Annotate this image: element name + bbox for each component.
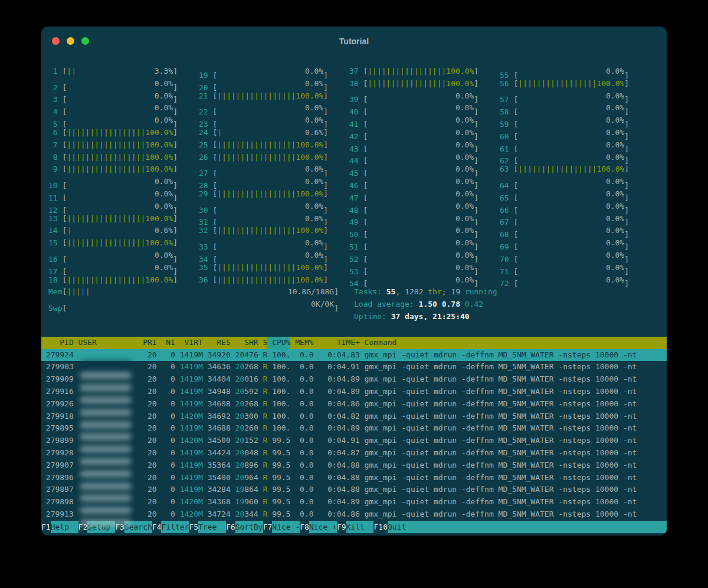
cpu-bars: ||||||||||||||||| [217, 188, 296, 201]
meter-open-bracket: [ [62, 303, 67, 315]
process-row[interactable]: 2798962001419M3540020964R99.50.00:04.88g… [41, 472, 667, 484]
process-row[interactable]: 2798972001419M3428419864R99.50.00:04.88g… [41, 484, 667, 496]
cell-shr: 19864 [235, 484, 258, 496]
col-header-pri[interactable]: PRI [143, 337, 156, 349]
cell-time: 0:04.88 [318, 484, 359, 496]
cell-pri: 20 [143, 484, 156, 496]
process-row[interactable]: 2798992001420M3450020152R99.50.00:04.91g… [41, 435, 667, 447]
meter-open-bracket: [ [513, 278, 518, 290]
fkey-item[interactable]: F5Tree [189, 521, 226, 533]
fkey-item[interactable]: F8Nice + [300, 521, 337, 533]
cell-virt: 1419M [180, 459, 203, 472]
meter-open-bracket: [ [212, 262, 217, 274]
cpu-id: 3 [48, 94, 58, 106]
fkey-item[interactable]: F7Nice - [263, 521, 300, 533]
meter-close-bracket: ] [624, 119, 629, 131]
cell-virt: 1420M [180, 410, 203, 423]
col-header-virt[interactable]: VIRT [180, 337, 203, 349]
cpu-meter: 36[|||||||||||||||||100.0%] [199, 274, 328, 287]
cpu-bars: ||||||||||||||||| [217, 262, 296, 274]
cpu-id: 13 [48, 213, 58, 225]
col-header-cmd[interactable]: Command [365, 337, 667, 349]
col-header-shr[interactable]: SHR [235, 337, 258, 349]
meter-open-bracket: [ [513, 192, 518, 205]
meter-open-bracket: [ [513, 266, 518, 278]
meter-close-bracket: ] [474, 65, 478, 78]
meter-close-bracket: ] [474, 94, 478, 106]
cell-command: gmx_mpi -quiet mdrun -deffnm MD_5NM_WATE… [365, 508, 667, 521]
cell-cpu: 99.5 [267, 508, 290, 521]
cpu-value: 0.0% [455, 127, 474, 139]
user-redacted [80, 507, 132, 514]
cell-command: gmx_mpi -quiet mdrun -deffnm MD_5NM_WATE… [365, 410, 667, 423]
cpu-id: 52 [349, 254, 359, 266]
process-row[interactable]: 2799032001419M3463620268R100.0.00:04.91g… [41, 361, 667, 373]
col-header-res[interactable]: RES [208, 337, 231, 349]
col-header-time[interactable]: TIME+ [318, 337, 359, 349]
fkey-item[interactable]: F1Help [41, 521, 78, 533]
process-row[interactable]: 2799262001419M3460820268R100.0.00:04.86g… [41, 398, 667, 410]
meter-open-bracket: [ [62, 127, 67, 139]
cpu-id: 2 [48, 82, 58, 94]
swap-value: 0K/0K [311, 298, 334, 311]
cpu-meter: 15[|||||||||||||||||100.0%] [48, 237, 178, 249]
cpu-id: 19 [199, 70, 208, 82]
fkey-item[interactable]: F9Kill [337, 521, 374, 533]
process-row[interactable]: 2799242001419M3492020476R100.0.00:04.83g… [41, 349, 667, 362]
cpu-meter: 68[0.0%] [500, 225, 629, 237]
swap-meter: Swp[0K/0K] [48, 298, 339, 311]
fkey-item[interactable]: F4Filter [152, 521, 189, 533]
cell-mem: 0.0 [295, 447, 313, 459]
process-row[interactable]: 2799282001419M3442420048R99.50.00:04.87g… [41, 447, 667, 459]
cpu-value: 0.0% [305, 237, 323, 249]
cpu-value: 0.0% [606, 176, 624, 188]
cpu-bars: ||||||||||||||||| [518, 78, 596, 90]
cell-mem: 0.0 [295, 386, 313, 398]
cpu-id: 22 [199, 106, 208, 119]
user-redacted [80, 470, 132, 478]
memory-meter: Mem[|||||10.8G/188G] [48, 286, 339, 298]
cpu-meter: 52[0.0%] [349, 249, 478, 262]
cpu-meter: 6[|||||||||||||||||100.0%] [48, 127, 178, 139]
cpu-meter: 66[0.0%] [500, 201, 629, 213]
cpu-id: 7 [48, 139, 58, 152]
cpu-meter: 4[0.0%] [48, 102, 178, 114]
cpu-meter: 32[|||||||||||||||||100.0%] [199, 225, 328, 237]
meter-close-bracket: ] [474, 266, 478, 278]
fkey-item[interactable]: F10Quit [373, 521, 415, 533]
process-row[interactable]: 2799162001419M3494820592R100.0.00:04.89g… [41, 386, 667, 398]
meter-open-bracket: [ [363, 131, 368, 143]
cpu-value: 0.0% [155, 78, 173, 90]
meter-open-bracket: [ [212, 152, 217, 164]
cell-shr: 20268 [235, 361, 258, 373]
col-header-user[interactable]: USER [78, 337, 139, 349]
cell-pid: 279913 [41, 508, 74, 521]
fkey-item[interactable]: F6SortBy [226, 521, 263, 533]
cpu-meter: 38[|||||||||||||||||100.0%] [349, 78, 478, 90]
cell-virt: 1420M [180, 435, 203, 447]
cell-cpu: 99.5 [267, 484, 290, 496]
process-row[interactable]: 2799132001420M3472420344R99.50.00:04.86g… [41, 508, 667, 521]
process-row[interactable]: 2798982001420M3436819960R99.50.00:04.89g… [41, 496, 667, 508]
cell-mem: 0.0 [295, 398, 313, 410]
col-header-ni[interactable]: NI [161, 337, 175, 349]
col-header-cpu[interactable]: CPU% [267, 337, 290, 349]
cell-cpu: 99.5 [267, 459, 290, 472]
meter-open-bracket: [ [363, 106, 368, 119]
cell-pid: 279895 [41, 422, 74, 435]
process-row[interactable]: 2798952001419M3468820260R100.0.00:04.89g… [41, 422, 667, 435]
cpu-value: 3.3% [155, 65, 173, 78]
process-row[interactable]: 2799092001419M3440420016R100.0.00:04.89g… [41, 373, 667, 386]
process-row[interactable]: 2799182001420M3469220300R100.0.00:04.82g… [41, 410, 667, 423]
col-header-s[interactable]: S [263, 337, 268, 349]
cpu-value: 0.0% [455, 114, 474, 127]
fkey-key: F5 [189, 521, 198, 533]
meter-open-bracket: [ [62, 274, 67, 287]
cell-res: 34608 [208, 398, 231, 410]
cpu-id: 71 [500, 266, 509, 278]
cpu-id: 47 [349, 192, 359, 205]
user-redacted [80, 372, 132, 379]
process-row[interactable]: 2799072001419M3536420896R99.50.00:04.88g… [41, 459, 667, 472]
col-header-mem[interactable]: MEM% [295, 337, 313, 349]
col-header-pid[interactable]: PID [41, 337, 74, 349]
